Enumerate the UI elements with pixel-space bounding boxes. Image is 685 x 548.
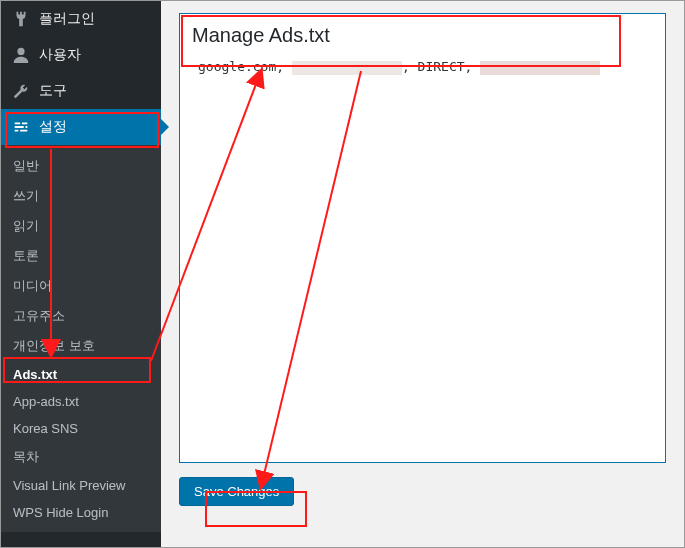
wrench-icon xyxy=(11,81,31,101)
submenu-item-korea-sns[interactable]: Korea SNS xyxy=(1,415,161,442)
submenu-item-app-ads-txt[interactable]: App-ads.txt xyxy=(1,388,161,415)
sidebar-item-users[interactable]: 사용자 xyxy=(1,37,161,73)
save-changes-button[interactable]: Save Changes xyxy=(179,477,294,506)
sidebar-item-label: 도구 xyxy=(39,82,67,100)
redacted-cert-id xyxy=(480,61,600,75)
submenu-item-discussion[interactable]: 토론 xyxy=(1,241,161,271)
sidebar-item-plugins[interactable]: 플러그인 xyxy=(1,1,161,37)
ads-txt-segment: , DIRECT, xyxy=(402,59,480,74)
page-title: Manage Ads.txt xyxy=(192,24,653,47)
submenu-item-toc[interactable]: 목차 xyxy=(1,442,161,472)
submenu-item-media[interactable]: 미디어 xyxy=(1,271,161,301)
svg-point-0 xyxy=(17,48,24,55)
submenu-item-visual-link-preview[interactable]: Visual Link Preview xyxy=(1,472,161,499)
admin-sidebar: 플러그인 사용자 도구 설정 일반 쓰기 읽기 토론 미디어 고유주소 xyxy=(1,1,161,547)
main-content: Manage Ads.txt google.com, , DIRECT, Sav… xyxy=(161,1,684,547)
plug-icon xyxy=(11,9,31,29)
submenu-item-general[interactable]: 일반 xyxy=(1,151,161,181)
ads-txt-textarea[interactable]: google.com, , DIRECT, xyxy=(192,55,653,79)
redacted-publisher-id xyxy=(292,61,402,75)
user-icon xyxy=(11,45,31,65)
sidebar-item-label: 설정 xyxy=(39,118,67,136)
sidebar-item-tools[interactable]: 도구 xyxy=(1,73,161,109)
sliders-icon xyxy=(11,117,31,137)
submenu-item-privacy[interactable]: 개인정보 보호 xyxy=(1,331,161,361)
sidebar-item-settings[interactable]: 설정 xyxy=(1,109,161,145)
ads-txt-segment: google.com, xyxy=(198,59,292,74)
submenu-item-writing[interactable]: 쓰기 xyxy=(1,181,161,211)
settings-submenu: 일반 쓰기 읽기 토론 미디어 고유주소 개인정보 보호 Ads.txt App… xyxy=(1,145,161,532)
ads-txt-panel: Manage Ads.txt google.com, , DIRECT, xyxy=(179,13,666,463)
submenu-item-reading[interactable]: 읽기 xyxy=(1,211,161,241)
sidebar-item-label: 플러그인 xyxy=(39,10,95,28)
submenu-item-wps-hide-login[interactable]: WPS Hide Login xyxy=(1,499,161,526)
sidebar-item-label: 사용자 xyxy=(39,46,81,64)
submenu-item-permalinks[interactable]: 고유주소 xyxy=(1,301,161,331)
submenu-item-ads-txt[interactable]: Ads.txt xyxy=(1,361,161,388)
